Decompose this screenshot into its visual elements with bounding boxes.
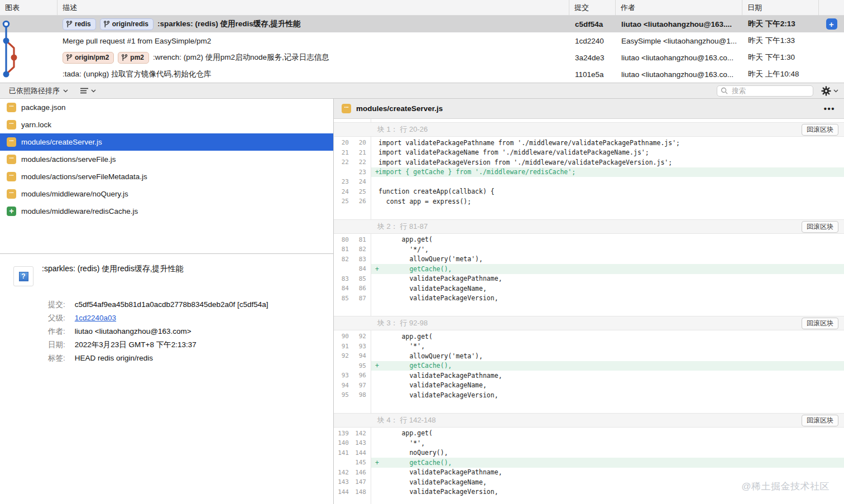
commit-hash: 1cd2240	[569, 37, 616, 45]
new-line-number: 20	[349, 139, 366, 146]
diff-line: 2324	[334, 177, 844, 187]
added-sign: +	[371, 265, 378, 273]
commit-row[interactable]: Merge pull request #1 from EasySimple/pm…	[0, 32, 844, 49]
line-body: app.get(	[371, 332, 844, 342]
commit-meta-label: 提交:	[48, 300, 75, 313]
code-text: validatePackagePathname,	[378, 372, 844, 380]
file-list-item[interactable]: ···modules/middleware/noQuery.js	[0, 185, 333, 203]
column-header-date[interactable]: 日期	[742, 0, 819, 15]
old-line-number: 90	[334, 333, 349, 340]
branch-icon	[66, 21, 73, 28]
new-line-number: 145	[349, 459, 366, 466]
hunk-title: 块 1： 行 20-26	[377, 124, 428, 135]
commit-subject: :sparkles: (redis) 使用redis缓存,提升性能	[157, 19, 301, 29]
modified-file-icon: ···	[7, 137, 16, 147]
file-list-item[interactable]: ···yarn.lock	[0, 116, 333, 133]
settings-dropdown[interactable]	[821, 86, 838, 96]
line-number-gutter: 141144	[334, 448, 371, 458]
line-number-gutter: 142146	[334, 468, 371, 478]
parent-commit-link[interactable]: 1cd2240a03	[75, 313, 268, 327]
old-line-number: 91	[334, 343, 349, 350]
new-line-number: 26	[349, 198, 366, 205]
old-line-number: 85	[334, 295, 349, 302]
commit-description-cell: Merge pull request #1 from EasySimple/pm…	[57, 37, 569, 45]
line-number-gutter: 84	[334, 264, 371, 274]
rollback-hunk-button[interactable]: 回滚区块	[802, 221, 838, 233]
old-line-number: 141	[334, 449, 349, 457]
commit-date: 昨天 下午1:30	[742, 52, 819, 63]
commit-date: 昨天 下午2:13	[742, 19, 819, 29]
hunk-lines: 8081 app.get(8182 '*/',8283 allowQuery('…	[334, 234, 844, 304]
column-header-description[interactable]: 描述	[57, 0, 569, 15]
branch-tag[interactable]: pm2	[118, 52, 149, 64]
more-options-icon[interactable]: •••	[824, 104, 835, 113]
diff-line-added: 95+ getCache(),	[334, 361, 844, 371]
rollback-hunk-button[interactable]: 回滚区块	[802, 124, 838, 136]
line-body: allowQuery('meta'),	[371, 351, 844, 361]
file-path: yarn.lock	[21, 121, 51, 129]
added-file-icon: +	[7, 207, 16, 216]
diff-line: 9294 allowQuery('meta'),	[334, 351, 844, 361]
rollback-hunk-button[interactable]: 回滚区块	[802, 415, 838, 426]
branch-icon	[103, 21, 110, 28]
watermark: @稀土掘金技术社区	[741, 480, 829, 493]
column-header-commit[interactable]: 提交	[569, 0, 616, 15]
line-number-gutter: 2425	[334, 187, 371, 197]
left-panel: ···package.json···yarn.lock···modules/cr…	[0, 99, 334, 504]
file-list-item[interactable]: ···modules/createServer.js	[0, 133, 333, 151]
old-line-number: 80	[334, 236, 349, 243]
column-header-author[interactable]: 作者	[616, 0, 742, 15]
new-line-number: 85	[349, 275, 366, 282]
old-line-number: 139	[334, 430, 349, 437]
branch-tag[interactable]: origin/redis	[100, 18, 154, 30]
add-tag-button[interactable]: +	[826, 18, 837, 30]
file-list-item[interactable]: ···package.json	[0, 99, 333, 116]
column-header-extra[interactable]	[819, 0, 844, 15]
line-number-gutter: 8081	[334, 235, 371, 245]
line-body	[371, 177, 844, 187]
commit-graph-cell	[0, 16, 57, 32]
hunk-lines: 9092 app.get(9193 '*',9294 allowQuery('m…	[334, 330, 844, 400]
branch-tag-label: origin/redis	[112, 20, 148, 28]
commit-date: 昨天 下午1:33	[742, 36, 819, 46]
commit-row[interactable]: redisorigin/redis:sparkles: (redis) 使用re…	[0, 16, 844, 32]
diff-line: 8182 '*/',	[334, 244, 844, 255]
commit-row[interactable]: origin/pm2pm2:wrench: (pm2) 使用pm2启动node服…	[0, 49, 844, 66]
code-text: getCache(),	[378, 362, 844, 369]
list-view-icon	[80, 88, 88, 94]
diff-panel: ··· modules/createServer.js ••• 块 1： 行 2…	[334, 99, 844, 504]
commit-row[interactable]: :tada: (unpkg) 拉取官方镜像代码,初始化仓库1101e5aliut…	[0, 66, 844, 83]
column-header-graph[interactable]: 图表	[0, 0, 57, 15]
file-list-item[interactable]: +modules/middleware/redisCache.js	[0, 203, 333, 220]
added-sign: +	[371, 362, 378, 369]
branch-tag[interactable]: origin/pm2	[63, 52, 114, 64]
commit-meta-row: 作者:liutao <liutaohangzhou@163.com>	[48, 327, 268, 340]
code-text: app.get(	[378, 429, 844, 437]
diff-line-added: 84+ getCache(),	[334, 264, 844, 274]
line-number-gutter: 145	[334, 458, 371, 468]
line-number-gutter: 2526	[334, 196, 371, 207]
new-line-number: 25	[349, 188, 366, 195]
line-number-gutter: 2020	[334, 138, 371, 148]
diff-line: 8587 validatePackageVersion,	[334, 294, 844, 304]
code-text: '*/',	[378, 246, 844, 253]
search-box[interactable]	[717, 85, 813, 97]
diff-hunk: 块 3： 行 92-98回滚区块9092 app.get(9193 '*',92…	[334, 316, 844, 400]
commit-meta-label: 日期:	[48, 340, 75, 353]
commit-description-cell: :tada: (unpkg) 拉取官方镜像代码,初始化仓库	[57, 69, 569, 79]
sort-dropdown[interactable]: 已依照路径排序	[9, 86, 68, 96]
diff-line: 2425function createApp(callback) {	[334, 187, 844, 197]
diff-line: 2526 const app = express();	[334, 196, 844, 207]
view-mode-dropdown[interactable]	[80, 88, 96, 94]
file-list-item[interactable]: ···modules/actions/serveFile.js	[0, 151, 333, 168]
commit-meta-value: HEAD redis origin/redis	[75, 353, 268, 367]
new-line-number: 93	[349, 343, 366, 350]
chevron-down-icon	[63, 89, 68, 93]
search-input[interactable]	[731, 87, 809, 95]
line-number-gutter: 95	[334, 361, 371, 371]
commit-graph-cell	[0, 49, 57, 66]
branch-tag[interactable]: redis	[63, 18, 96, 30]
new-line-number: 24	[349, 178, 366, 185]
rollback-hunk-button[interactable]: 回滚区块	[802, 318, 838, 329]
file-list-item[interactable]: ···modules/actions/serveFileMetadata.js	[0, 168, 333, 185]
